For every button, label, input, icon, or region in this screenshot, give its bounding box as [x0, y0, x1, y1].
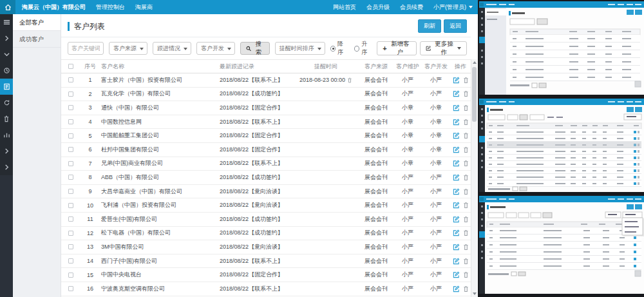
table-row[interactable]: 10 飞利浦（中国）投资有限公司 2018/08/22【意向洽谈】 展会会刊 小…: [61, 198, 471, 213]
edit-icon[interactable]: [453, 90, 460, 97]
trash-icon[interactable]: [0, 111, 13, 127]
edit-icon[interactable]: [453, 285, 460, 292]
row-checkbox[interactable]: [68, 147, 73, 152]
delete-icon[interactable]: [463, 216, 469, 223]
nav-item-site-home[interactable]: 网站首页: [333, 3, 356, 12]
table-row[interactable]: 7 兄弟(中国)商业有限公司 2018/08/22【联系不上】 展会会刊 小章 …: [61, 157, 471, 171]
nav-item-console[interactable]: 管理控制台: [96, 3, 125, 12]
delete-icon[interactable]: [463, 174, 469, 181]
scroll-up-icon[interactable]: [473, 61, 477, 64]
row-checkbox[interactable]: [68, 203, 73, 208]
sidebar-item-success-customers[interactable]: 成功客户: [13, 31, 61, 48]
table-row[interactable]: 15 中国中央电视台 2018/08/22【固定合作】 展会会刊 小严 小严: [61, 268, 471, 282]
table-row[interactable]: 8 ABB（中国）有限公司 2018/08/22【成功签约】 展会会刊 小严 小…: [61, 171, 471, 185]
chevron-down-icon[interactable]: [0, 46, 13, 62]
sort-select[interactable]: 提醒时间排序: [275, 42, 325, 55]
row-checkbox[interactable]: [68, 77, 73, 82]
scroll-down-icon[interactable]: [473, 292, 477, 295]
edit-icon[interactable]: [453, 202, 460, 209]
edit-icon[interactable]: [453, 119, 460, 126]
table-row[interactable]: 16 宁波奥克斯空调有限公司 2018/08/22【联系不上】 展会会刊 小严 …: [61, 282, 471, 296]
delete-icon[interactable]: [463, 202, 469, 209]
row-checkbox[interactable]: [68, 286, 73, 291]
chevron-right-icon[interactable]: [0, 159, 13, 175]
menu-icon[interactable]: [0, 14, 13, 30]
row-checkbox[interactable]: [68, 189, 73, 194]
table-row[interactable]: 9 大昌华嘉商业（中国）有限公司 2018/08/22【意向洽谈】 展会会刊 小…: [61, 185, 471, 199]
delete-icon[interactable]: [463, 229, 469, 236]
edit-icon[interactable]: [453, 229, 460, 236]
edit-icon[interactable]: [453, 258, 460, 265]
preview-thumbnail-2[interactable]: [479, 99, 644, 192]
edit-icon[interactable]: [453, 188, 460, 195]
table-row[interactable]: 1 富士胶片（中国）投资有限公司 2018/08/22【联系不上】 2018-0…: [61, 73, 471, 88]
more-operations-button[interactable]: 更多操作: [420, 41, 467, 55]
row-checkbox[interactable]: [68, 175, 73, 180]
table-row[interactable]: 13 3M中国有限公司 2018/08/22【意向洽谈】 展会会刊 小严 小严: [61, 240, 471, 254]
refresh-button[interactable]: 刷新: [418, 19, 441, 33]
delete-icon[interactable]: [463, 285, 469, 292]
redo-icon[interactable]: [0, 95, 13, 111]
delete-icon[interactable]: [463, 119, 469, 126]
delete-icon[interactable]: [463, 160, 469, 167]
row-checkbox[interactable]: [68, 231, 73, 236]
add-customer-button[interactable]: + 新增客户: [377, 41, 416, 55]
edit-icon[interactable]: [453, 160, 460, 167]
row-checkbox[interactable]: [68, 133, 73, 139]
edit-icon[interactable]: [453, 77, 460, 84]
sidebar-item-all-customers[interactable]: 全部客户: [13, 14, 61, 31]
search-button[interactable]: 搜索: [240, 42, 270, 55]
row-checkbox[interactable]: [68, 258, 73, 263]
table-row[interactable]: 5 中国船舶重工集团公司 2018/08/22【固定合作】 展会会刊 小章 小章: [61, 129, 471, 143]
delete-icon[interactable]: [463, 77, 469, 84]
vertical-scrollbar[interactable]: [471, 59, 477, 297]
row-checkbox[interactable]: [68, 216, 73, 222]
preview-thumbnail-1[interactable]: [479, 1, 644, 95]
customer-list-icon[interactable]: [0, 79, 13, 95]
chevron-right-icon[interactable]: [0, 30, 13, 46]
row-checkbox[interactable]: [68, 105, 73, 110]
delete-icon[interactable]: [463, 132, 469, 139]
select-all-checkbox[interactable]: [68, 64, 73, 69]
preview-thumbnail-3[interactable]: [479, 196, 644, 294]
row-checkbox[interactable]: [68, 244, 73, 249]
user-menu[interactable]: 小严(管理员): [433, 3, 473, 12]
sort-desc-radio[interactable]: 降序: [330, 40, 348, 57]
edit-icon[interactable]: [453, 216, 460, 223]
developer-select[interactable]: 客户开发: [196, 42, 235, 55]
delete-icon[interactable]: [463, 258, 469, 265]
delete-icon[interactable]: [463, 146, 469, 153]
table-row[interactable]: 14 西门子(中国)有限公司 2018/08/22【联系不上】 展会会刊 小严 …: [61, 254, 471, 269]
keyword-input[interactable]: [68, 42, 104, 55]
chevron-right-icon[interactable]: [0, 143, 13, 159]
delete-icon[interactable]: [463, 104, 469, 111]
row-checkbox[interactable]: [68, 161, 73, 166]
back-button[interactable]: 返回: [444, 19, 467, 33]
delete-icon[interactable]: [463, 271, 469, 278]
delete-icon[interactable]: [463, 188, 469, 195]
source-select[interactable]: 客户来源: [109, 42, 147, 55]
row-checkbox[interactable]: [68, 273, 73, 278]
sort-asc-radio[interactable]: 升序: [354, 40, 372, 57]
table-row[interactable]: 2 瓦克化学（中国）有限公司 2018/08/22【成功签约】 展会会刊 小严 …: [61, 88, 471, 102]
stats-icon[interactable]: [0, 127, 13, 143]
edit-icon[interactable]: [453, 146, 460, 153]
row-checkbox[interactable]: [68, 91, 73, 97]
edit-icon[interactable]: [453, 132, 460, 139]
edit-icon[interactable]: [453, 174, 460, 181]
table-row[interactable]: 4 中国数控信息网 2018/08/22【联系不上】 展会会刊 小章 小章: [61, 115, 471, 129]
edit-icon[interactable]: [453, 104, 460, 111]
scrollbar-thumb[interactable]: [472, 67, 477, 122]
table-row[interactable]: 3 通快（中国）有限公司 2018/08/22【固定合作】 展会会刊 小章 小章: [61, 101, 471, 115]
edit-icon[interactable]: [453, 271, 460, 278]
nav-item-member-renew[interactable]: 会员续费: [400, 3, 423, 12]
progress-select[interactable]: 跟进情况: [153, 42, 191, 55]
edit-icon[interactable]: [453, 244, 460, 251]
delete-icon[interactable]: [463, 90, 469, 97]
delete-icon[interactable]: [463, 244, 469, 251]
table-row[interactable]: 6 杜邦中国集团有限公司 2018/08/22【固定合作】 展会会刊 小章 小章: [61, 143, 471, 157]
history-icon[interactable]: [0, 62, 13, 79]
table-row[interactable]: 12 松下电器（中国）有限公司 2018/08/22【成功签约】 展会会刊 小严…: [61, 227, 471, 241]
row-checkbox[interactable]: [68, 119, 73, 124]
nav-item-member-upgrade[interactable]: 会员升级: [366, 3, 390, 12]
